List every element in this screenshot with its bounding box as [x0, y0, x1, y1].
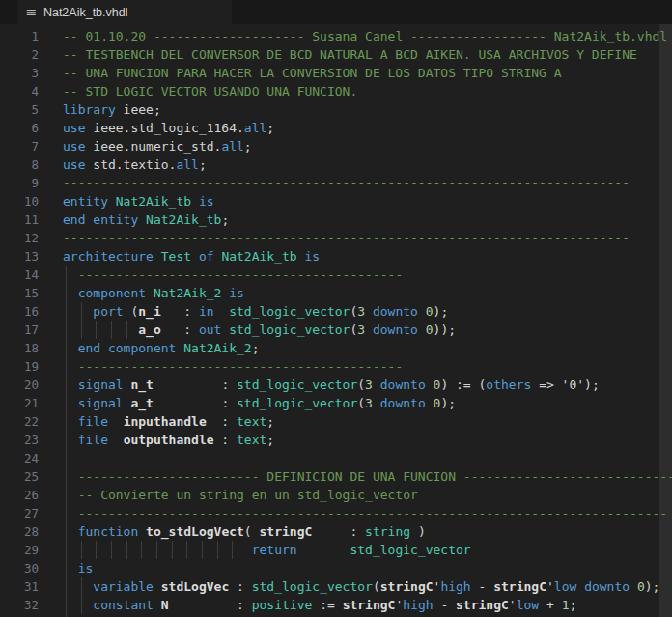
tab-nat2aik-tb-vhdl[interactable]: ≡ Nat2Aik_tb.vhdl [17, 0, 232, 24]
code-text[interactable]: -- TESTBENCH DEL CONVERSOR DE BCD NATURA… [63, 45, 637, 64]
line-number[interactable]: 3 [0, 64, 39, 82]
code-text[interactable]: library ieee; [63, 100, 161, 119]
code-text[interactable]: is [63, 559, 93, 577]
code-line[interactable]: 29 return std_logic_vector [0, 541, 672, 559]
code-line[interactable]: 2-- TESTBENCH DEL CONVERSOR DE BCD NATUR… [0, 45, 672, 64]
code-text[interactable]: ----------------------------------------… [63, 357, 403, 376]
code-line[interactable]: 26 -- Convierte un string en un std_logi… [0, 486, 672, 504]
line-number[interactable]: 30 [0, 559, 39, 577]
code-text[interactable]: file outputhandle : text; [63, 431, 274, 449]
code-text[interactable]: component Nat2Aik_2 is [63, 284, 244, 302]
code-text[interactable]: variable stdLogVec : std_logic_vector(st… [63, 577, 659, 596]
code-line[interactable]: 28 function to_stdLogVect( stringC : str… [0, 522, 672, 541]
code-line[interactable]: 9---------------------------------------… [0, 174, 672, 192]
line-number[interactable]: 21 [0, 394, 39, 412]
code-line[interactable]: 14 -------------------------------------… [0, 266, 672, 284]
code-line[interactable]: 6use ieee.std_logic_1164.all; [0, 119, 672, 137]
line-number[interactable]: 15 [0, 284, 39, 302]
code-text[interactable]: function to_stdLogVect( stringC : string… [63, 522, 426, 541]
code-line[interactable]: 10entity Nat2Aik_tb is [0, 192, 672, 210]
line-number[interactable]: 13 [0, 247, 39, 266]
code-line[interactable]: 3-- UNA FUNCION PARA HACER LA CONVERSION… [0, 64, 672, 82]
line-number[interactable]: 12 [0, 229, 39, 247]
line-number[interactable]: 16 [0, 302, 39, 321]
code-text[interactable]: end component Nat2Aik_2; [63, 339, 260, 357]
line-number[interactable]: 23 [0, 431, 39, 449]
code-text[interactable]: use std.textio.all; [63, 155, 207, 174]
code-line[interactable]: 7use ieee.numeric_std.all; [0, 137, 672, 155]
code-text[interactable]: file inputhandle : text; [63, 412, 274, 431]
line-number[interactable]: 4 [0, 82, 39, 100]
code-text[interactable]: use ieee.std_logic_1164.all; [63, 119, 274, 137]
code-line[interactable]: 20 signal n_t : std_logic_vector(3 downt… [0, 376, 672, 394]
editor[interactable]: 1-- 01.10.20 -------------------- Susana… [0, 24, 672, 617]
line-number[interactable]: 9 [0, 174, 39, 192]
code-text[interactable]: a_o : out std_logic_vector(3 downto 0)); [63, 321, 456, 339]
code-text[interactable]: ----------------------------------------… [63, 174, 630, 192]
vertical-scrollbar[interactable] [659, 24, 672, 617]
code-text[interactable]: entity Nat2Aik_tb is [63, 192, 214, 210]
code-text[interactable]: ----------------------------------------… [63, 266, 403, 284]
code-line[interactable]: 18 end component Nat2Aik_2; [0, 339, 672, 357]
code-text[interactable]: -- 01.10.20 -------------------- Susana … [63, 27, 667, 45]
line-number[interactable]: 14 [0, 266, 39, 284]
code-text[interactable]: ------------------------ DEFINICION DE U… [63, 467, 672, 486]
code-line[interactable]: 16 port (n_i : in std_logic_vector(3 dow… [0, 302, 672, 321]
code-line[interactable]: 32 constant N : positive := stringC'high… [0, 596, 672, 614]
line-number[interactable]: 11 [0, 210, 39, 229]
code-line[interactable]: 4-- STD_LOGIC_VECTOR USANDO UNA FUNCION. [0, 82, 672, 100]
line-number[interactable]: 20 [0, 376, 39, 394]
code-text[interactable]: -- STD_LOGIC_VECTOR USANDO UNA FUNCION. [63, 82, 357, 100]
code-line[interactable]: 24 [0, 449, 672, 467]
code-line[interactable]: 21 signal a_t : std_logic_vector(3 downt… [0, 394, 672, 412]
code-line[interactable]: 12--------------------------------------… [0, 229, 672, 247]
line-number[interactable]: 8 [0, 155, 39, 174]
code-line[interactable]: 22 file inputhandle : text; [0, 412, 672, 431]
line-number[interactable]: 18 [0, 339, 39, 357]
line-number[interactable]: 25 [0, 467, 39, 486]
code-line[interactable]: 30 is [0, 559, 672, 577]
code-token: is [221, 286, 243, 300]
line-number[interactable]: 29 [0, 541, 39, 559]
code-line[interactable]: 23 file outputhandle : text; [0, 431, 672, 449]
code-text[interactable]: return std_logic_vector [63, 541, 471, 559]
code-line[interactable]: 8use std.textio.all; [0, 155, 672, 174]
line-number[interactable]: 2 [0, 45, 39, 64]
code-line[interactable]: 15 component Nat2Aik_2 is [0, 284, 672, 302]
code-text[interactable]: constant N : positive := stringC'high - … [63, 596, 576, 614]
line-number[interactable]: 22 [0, 412, 39, 431]
line-number[interactable]: 31 [0, 577, 39, 596]
line-number[interactable]: 28 [0, 522, 39, 541]
code-line[interactable]: 17 a_o : out std_logic_vector(3 downto 0… [0, 321, 672, 339]
code-text[interactable]: port (n_i : in std_logic_vector(3 downto… [63, 302, 448, 321]
code-line[interactable]: 1-- 01.10.20 -------------------- Susana… [0, 27, 672, 45]
line-number[interactable]: 17 [0, 321, 39, 339]
code-text[interactable]: end entity Nat2Aik_tb; [63, 210, 229, 229]
code-token: std_logic_vector [350, 543, 470, 557]
line-number[interactable]: 10 [0, 192, 39, 210]
line-number[interactable]: 19 [0, 357, 39, 376]
line-number[interactable]: 6 [0, 119, 39, 137]
code-line[interactable]: 13architecture Test of Nat2Aik_tb is [0, 247, 672, 266]
line-number[interactable]: 27 [0, 504, 39, 522]
line-number[interactable]: 24 [0, 449, 39, 467]
code-text[interactable]: ----------------------------------------… [63, 229, 630, 247]
line-number[interactable]: 5 [0, 100, 39, 119]
code-text[interactable]: use ieee.numeric_std.all; [63, 137, 252, 155]
code-text[interactable]: ----------------------------------------… [63, 504, 667, 522]
code-text[interactable]: signal a_t : std_logic_vector(3 downto 0… [63, 394, 456, 412]
line-number[interactable]: 1 [0, 27, 39, 45]
code-text[interactable]: -- Convierte un string en un std_logic_v… [63, 486, 418, 504]
code-line[interactable]: 5library ieee; [0, 100, 672, 119]
code-line[interactable]: 31 variable stdLogVec : std_logic_vector… [0, 577, 672, 596]
code-line[interactable]: 25 ------------------------ DEFINICION D… [0, 467, 672, 486]
code-text[interactable]: signal n_t : std_logic_vector(3 downto 0… [63, 376, 600, 394]
code-line[interactable]: 27 -------------------------------------… [0, 504, 672, 522]
line-number[interactable]: 26 [0, 486, 39, 504]
line-number[interactable]: 32 [0, 596, 39, 614]
line-number[interactable]: 7 [0, 137, 39, 155]
code-line[interactable]: 19 -------------------------------------… [0, 357, 672, 376]
code-text[interactable]: architecture Test of Nat2Aik_tb is [63, 247, 320, 266]
code-text[interactable]: -- UNA FUNCION PARA HACER LA CONVERSION … [63, 64, 562, 82]
code-line[interactable]: 11end entity Nat2Aik_tb; [0, 210, 672, 229]
